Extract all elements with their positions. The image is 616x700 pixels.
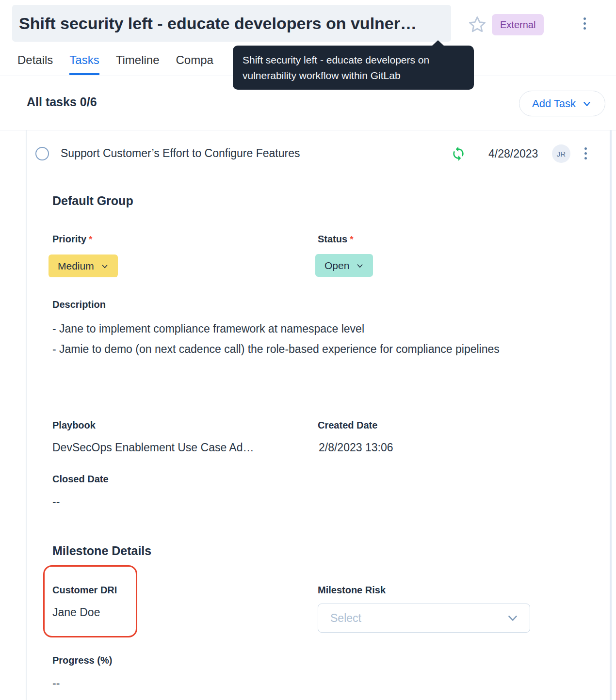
chevron-down-icon [506, 612, 519, 624]
task-title[interactable]: Support Customer’s Effort to Configure F… [61, 147, 300, 160]
page-title-text: Shift security left - educate developers… [19, 14, 417, 33]
created-date-value: 2/8/2023 13:06 [319, 441, 393, 454]
all-tasks-count: All tasks 0/6 [27, 95, 97, 109]
tab-tasks[interactable]: Tasks [69, 53, 99, 75]
default-group-heading: Default Group [52, 194, 133, 208]
chevron-down-icon [582, 98, 592, 109]
progress-value: -- [52, 677, 60, 690]
add-task-label: Add Task [532, 97, 576, 110]
external-badge: External [492, 14, 544, 35]
status-dropdown[interactable]: Open [315, 254, 373, 277]
progress-label: Progress (%) [52, 655, 112, 666]
card-scrollbar[interactable] [610, 130, 612, 700]
header-kebab-menu[interactable] [583, 16, 587, 31]
required-asterisk: * [89, 234, 92, 244]
customer-dri-label: Customer DRI [52, 585, 117, 596]
tab-timeline[interactable]: Timeline [116, 53, 160, 75]
priority-value: Medium [58, 260, 94, 272]
priority-label: Priority* [52, 234, 92, 245]
tab-bar: Details Tasks Timeline Compa [17, 53, 213, 75]
status-label: Status* [318, 234, 354, 245]
playbook-label: Playbook [52, 420, 96, 431]
task-kebab-menu[interactable] [584, 146, 588, 160]
assignee-avatar[interactable]: JR [552, 144, 570, 163]
milestone-details-heading: Milestone Details [52, 544, 151, 558]
chevron-down-icon [101, 262, 109, 270]
tab-company[interactable]: Compa [176, 53, 213, 75]
sync-icon [451, 146, 466, 161]
title-tooltip: Shift security left - educate developers… [233, 46, 474, 90]
milestone-risk-label: Milestone Risk [318, 585, 386, 596]
description-label: Description [52, 299, 106, 310]
chevron-down-icon [356, 262, 364, 270]
milestone-risk-placeholder: Select [330, 612, 506, 625]
status-value: Open [324, 260, 349, 271]
description-text: - Jane to implement compliance framework… [52, 318, 545, 359]
favorite-star-icon[interactable] [468, 15, 487, 34]
customer-dri-value: Jane Doe [52, 606, 100, 619]
playbook-value: DevSecOps Enablement Use Case Ad… [52, 441, 254, 454]
created-date-label: Created Date [318, 420, 377, 431]
task-complete-checkbox[interactable] [35, 147, 49, 160]
closed-date-value: -- [52, 495, 60, 509]
tab-details[interactable]: Details [17, 53, 53, 75]
closed-date-label: Closed Date [52, 474, 109, 485]
milestone-risk-select[interactable]: Select [318, 604, 530, 633]
page-title[interactable]: Shift security left - educate developers… [12, 5, 451, 42]
title-tooltip-text: Shift security left - educate developers… [243, 54, 429, 81]
priority-dropdown[interactable]: Medium [49, 255, 118, 277]
external-badge-label: External [500, 19, 535, 31]
required-asterisk: * [350, 234, 353, 244]
add-task-button[interactable]: Add Task [519, 91, 605, 116]
task-due-date: 4/28/2023 [488, 147, 538, 160]
